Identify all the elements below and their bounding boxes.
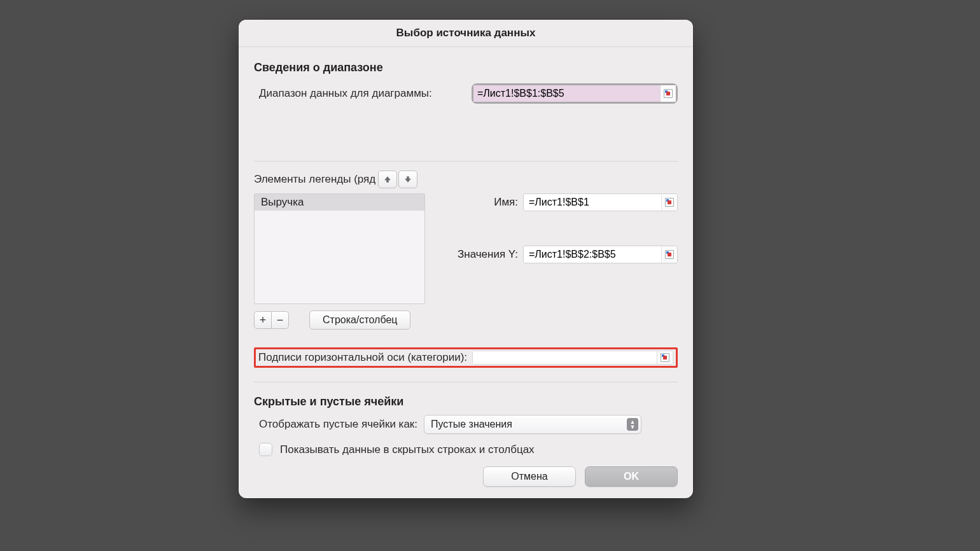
range-picker-icon — [664, 89, 673, 98]
cancel-button[interactable]: Отмена — [483, 466, 576, 487]
series-name-input[interactable] — [524, 194, 661, 211]
range-picker-icon — [665, 250, 674, 259]
series-list[interactable]: Выручка — [254, 193, 425, 304]
arrow-down-icon — [404, 176, 412, 183]
remove-series-button[interactable]: − — [271, 311, 289, 329]
chart-data-range-group — [472, 83, 678, 104]
range-picker-icon — [665, 198, 674, 207]
chart-data-range-picker-button[interactable] — [660, 85, 676, 102]
horizontal-axis-labels-row: Подписи горизонтальной оси (категории): — [254, 347, 678, 368]
series-move-down-button[interactable] — [398, 171, 417, 188]
select-data-source-dialog: Выбор источника данных Сведения о диапаз… — [239, 20, 693, 498]
range-picker-icon — [661, 353, 669, 362]
ok-button[interactable]: OK — [585, 466, 678, 487]
series-y-values-input[interactable] — [524, 246, 661, 263]
chart-data-range-label: Диапазон данных для диаграммы: — [259, 87, 432, 100]
series-item[interactable]: Выручка — [255, 194, 424, 211]
dialog-title: Выбор источника данных — [239, 20, 693, 47]
switch-row-column-button[interactable]: Строка/столбец — [309, 310, 410, 330]
add-series-button[interactable]: + — [254, 311, 272, 329]
series-name-label: Имя: — [443, 196, 523, 209]
series-y-values-picker-button[interactable] — [661, 246, 677, 263]
show-hidden-data-label: Показывать данные в скрытых строках и ст… — [280, 443, 535, 456]
show-hidden-data-checkbox[interactable] — [259, 443, 272, 456]
range-section-header: Сведения о диапазоне — [254, 61, 678, 74]
show-empty-as-value: Пустые значения — [431, 419, 512, 430]
switch-row-column-label: Строка/столбец — [323, 314, 397, 326]
arrow-up-icon — [384, 176, 391, 183]
horizontal-axis-labels-label: Подписи горизонтальной оси (категории): — [258, 351, 467, 364]
series-y-values-label: Значения Y: — [443, 248, 523, 261]
select-stepper-icon: ▲▼ — [627, 418, 638, 431]
ok-button-label: OK — [624, 471, 639, 482]
horizontal-axis-labels-input[interactable] — [472, 351, 657, 365]
hidden-empty-section-header: Скрытые и пустые ячейки — [254, 395, 678, 408]
chart-data-range-input[interactable] — [473, 85, 660, 102]
cancel-button-label: Отмена — [511, 471, 547, 482]
legend-entries-label: Элементы легенды (ряд — [254, 173, 375, 186]
series-name-picker-button[interactable] — [661, 194, 677, 211]
horizontal-axis-labels-picker-button[interactable] — [657, 351, 673, 365]
show-empty-as-label: Отображать пустые ячейки как: — [259, 418, 417, 431]
show-empty-as-select[interactable]: Пустые значения ▲▼ — [424, 415, 641, 434]
series-move-up-button[interactable] — [378, 171, 397, 188]
